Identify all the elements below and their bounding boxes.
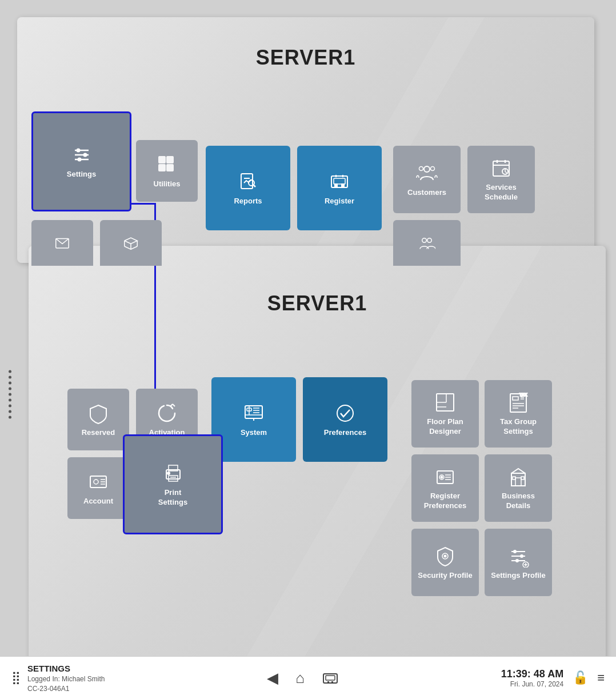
svg-rect-16 <box>334 178 345 184</box>
tile-customers-label: Customers <box>407 188 446 198</box>
tile-partial-msg[interactable] <box>31 220 93 266</box>
sidebar-dot-2 <box>9 376 11 379</box>
current-time: 11:39: 48 AM <box>501 668 563 680</box>
svg-text:TAX: TAX <box>519 393 527 397</box>
tile-settings-profile[interactable]: Settings Profile <box>485 529 552 596</box>
tile-partial-pkg[interactable] <box>100 220 162 266</box>
settings-profile-icon <box>507 545 530 568</box>
tile-business-details-label: BusinessDetails <box>502 492 535 511</box>
svg-line-35 <box>170 404 173 406</box>
sidebar-dot-3 <box>9 382 11 385</box>
time-block: 11:39: 48 AM Fri. Jun. 07, 2024 <box>501 668 563 688</box>
svg-rect-52 <box>513 397 518 400</box>
svg-point-34 <box>427 238 432 243</box>
message-icon <box>54 234 71 251</box>
svg-point-60 <box>94 480 98 484</box>
tile-print-settings-label: PrintSettings <box>158 488 187 508</box>
tile-settings-label: Settings <box>67 170 96 179</box>
sliders-icon <box>70 143 93 166</box>
bottom-left-section: ⣿ SETTINGS Logged In: Michael Smith CC-2… <box>11 662 105 694</box>
sidebar-dot-1 <box>9 370 11 373</box>
svg-point-21 <box>424 166 430 172</box>
tile-account[interactable]: Account <box>67 457 129 519</box>
tile-print-settings[interactable]: PrintSettings <box>123 434 223 534</box>
tile-tax-group-label: Tax GroupSettings <box>500 417 537 437</box>
tile-business-details[interactable]: BusinessDetails <box>485 454 552 522</box>
svg-point-23 <box>419 166 423 170</box>
check-circle-icon <box>334 402 357 425</box>
sidebar-dot-6 <box>9 399 11 402</box>
app-grid-icon[interactable]: ⣿ <box>11 670 21 685</box>
tile-reserved-label: Reserved <box>82 428 115 438</box>
tile-utilities-label: Utilities <box>154 179 181 189</box>
activation-icon <box>155 402 178 425</box>
tile-system[interactable]: System <box>211 377 296 462</box>
svg-point-72 <box>441 477 443 478</box>
svg-rect-79 <box>521 477 524 480</box>
sidebar-dot-5 <box>9 393 11 396</box>
svg-line-36 <box>173 404 175 406</box>
tile-reports[interactable]: Reports <box>206 146 290 230</box>
home-button[interactable]: ⌂ <box>295 669 305 687</box>
tile-services-schedule[interactable]: ServicesSchedule <box>467 146 535 213</box>
sidebar[interactable] <box>9 370 11 419</box>
tile-settings[interactable]: Settings <box>31 111 131 211</box>
tile-tax-group[interactable]: TAX Tax GroupSettings <box>485 380 552 448</box>
bottom-right-section: 11:39: 48 AM Fri. Jun. 07, 2024 🔓 ≡ <box>501 668 605 688</box>
svg-point-33 <box>422 238 427 243</box>
bottom-info-block: SETTINGS Logged In: Michael Smith CC-23-… <box>27 662 105 694</box>
tile-security-profile[interactable]: Security Profile <box>411 529 479 596</box>
tile-register-label: Register <box>325 197 354 206</box>
section-title: SETTINGS <box>27 662 105 674</box>
tile-register[interactable]: Register <box>297 146 382 230</box>
floor-plan-icon <box>434 391 457 414</box>
svg-rect-7 <box>159 165 165 171</box>
svg-point-22 <box>431 166 435 170</box>
svg-rect-78 <box>513 477 515 480</box>
tile-partial-people[interactable] <box>393 220 461 266</box>
tile-account-label: Account <box>83 497 113 506</box>
svg-point-1 <box>76 149 80 153</box>
svg-line-14 <box>254 185 256 187</box>
tile-settings-profile-label: Settings Profile <box>491 571 545 581</box>
svg-point-5 <box>77 158 81 162</box>
svg-point-46 <box>337 405 353 421</box>
svg-point-81 <box>445 555 446 557</box>
tile-preferences[interactable]: Preferences <box>303 377 387 462</box>
grid-add-icon <box>155 153 178 176</box>
tile-customers[interactable]: Customers <box>393 146 461 213</box>
logged-in-text: Logged In: Michael Smith <box>27 674 105 684</box>
sidebar-dot-8 <box>9 410 11 413</box>
tile-register-prefs-label: RegisterPreferences <box>424 492 466 511</box>
register-icon <box>328 170 351 193</box>
sidebar-dot-7 <box>9 405 11 408</box>
tile-utilities[interactable]: Utilities <box>136 140 198 202</box>
svg-rect-8 <box>167 157 173 163</box>
tile-system-label: System <box>241 428 267 438</box>
sidebar-dot-4 <box>9 388 11 390</box>
package-icon <box>122 234 139 251</box>
register-button[interactable] <box>322 669 339 687</box>
register-pref-icon <box>434 465 457 488</box>
hamburger-menu-icon[interactable]: ≡ <box>597 670 605 685</box>
svg-rect-18 <box>342 184 344 187</box>
shield-icon <box>87 402 110 425</box>
svg-point-85 <box>520 554 523 558</box>
back-button[interactable]: ◀ <box>267 669 278 687</box>
back-panel-title: SERVER1 <box>17 17 594 70</box>
tile-reserved[interactable]: Reserved <box>67 389 129 450</box>
security-profile-icon <box>434 545 457 568</box>
bottom-nav: ◀ ⌂ <box>267 669 339 687</box>
reports-icon <box>237 170 259 193</box>
tile-floor-plan[interactable]: Floor PlanDesigner <box>411 380 479 448</box>
sidebar-dot-9 <box>9 416 11 419</box>
tile-security-profile-label: Security Profile <box>418 571 472 581</box>
svg-point-87 <box>515 559 519 562</box>
device-id: CC-23-046A1 <box>27 684 105 694</box>
lock-icon[interactable]: 🔓 <box>573 670 588 685</box>
svg-point-69 <box>167 472 170 474</box>
svg-rect-94 <box>331 681 333 684</box>
system-icon <box>242 402 265 425</box>
tile-register-prefs[interactable]: RegisterPreferences <box>411 454 479 522</box>
svg-point-83 <box>513 550 517 553</box>
